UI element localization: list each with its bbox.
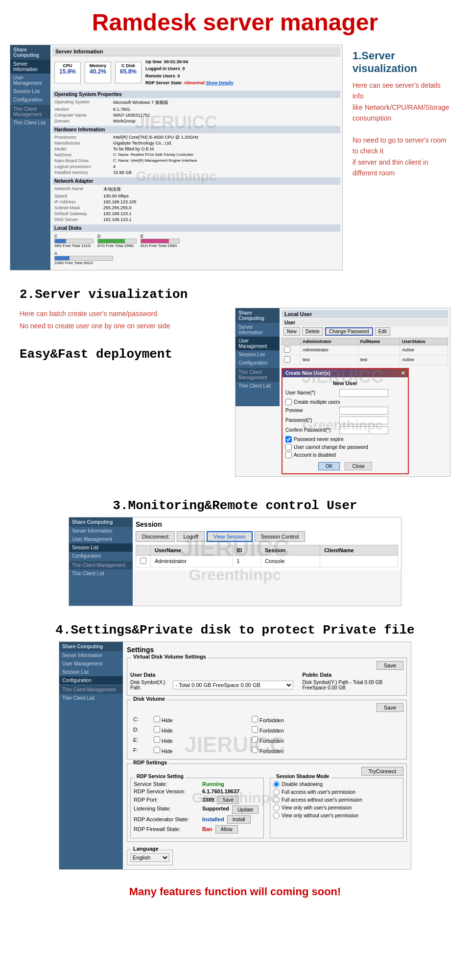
logoff-btn[interactable]: Logoff bbox=[177, 531, 204, 542]
change-pwd-btn[interactable]: Change Password bbox=[325, 327, 373, 336]
rdp-install-btn[interactable]: Install bbox=[227, 815, 251, 824]
mem-label: Memory bbox=[86, 63, 110, 68]
sidebar3-session-list[interactable]: Session List bbox=[69, 543, 133, 552]
delete-btn[interactable]: Delete bbox=[302, 327, 323, 336]
user-disk-select[interactable]: - Total 0.00 GB FreeSpace 0.00 GB bbox=[173, 681, 293, 689]
realtime-boxes: CPU 15.9% Memory 40.2% C Disk 65.8% Up bbox=[52, 56, 340, 89]
drive-c-label: C: bbox=[131, 715, 151, 724]
lang-select[interactable]: English bbox=[130, 853, 169, 862]
sidebar2-config[interactable]: Configuration bbox=[235, 359, 280, 367]
disable-radio[interactable] bbox=[273, 781, 280, 787]
sidebar4-thin-list[interactable]: Thin Client List bbox=[59, 694, 123, 702]
rdp-shadow-title: Session Shadow Mode bbox=[274, 774, 331, 779]
net-subnet-value: 255.255.255.0 bbox=[103, 205, 132, 210]
col-chk bbox=[136, 545, 151, 555]
section4-block: 4.Settings&Private disk to protect Priva… bbox=[0, 614, 470, 878]
create-multiple-check[interactable] bbox=[285, 399, 292, 405]
sidebar-item-thin-client-list[interactable]: Thin Client List bbox=[10, 119, 50, 127]
d-forbidden-check[interactable] bbox=[252, 726, 258, 733]
cant-change-check[interactable] bbox=[285, 444, 292, 450]
full-with-label: Full access with user's permission bbox=[282, 789, 355, 795]
sidebar2-thin-list[interactable]: Thin Client List bbox=[235, 382, 280, 390]
view-without-label: View only without user's permission bbox=[282, 813, 358, 818]
sidebar2-thin-mgmt: Thin Client Management bbox=[235, 368, 280, 382]
try-connect-btn[interactable]: TryConnect bbox=[361, 767, 403, 776]
new-btn[interactable]: New bbox=[283, 327, 300, 336]
row1-check[interactable] bbox=[284, 346, 290, 353]
disk-box: C Disk 65.8% bbox=[115, 62, 141, 83]
user-data-col: User Data Disk Symbol(X:) Path - Total 0… bbox=[130, 672, 293, 690]
view-session-btn[interactable]: View Session bbox=[207, 531, 253, 542]
sidebar2-header: Share Computing bbox=[235, 308, 280, 323]
sidebar3-user-mgmt[interactable]: User Management bbox=[69, 535, 133, 543]
f-hide-check[interactable] bbox=[154, 747, 160, 753]
disk-volume-group: Disk Volume Save C: Hide Forbidden bbox=[127, 700, 407, 760]
remote-label: Remote Users bbox=[145, 74, 175, 78]
row2-check[interactable] bbox=[284, 356, 290, 363]
computer-label: Computer Name bbox=[54, 113, 113, 118]
disabled-check[interactable] bbox=[285, 452, 292, 458]
disk-d-info: 87G Free Total 299G bbox=[97, 244, 137, 248]
sidebar2-server-info[interactable]: Server Information bbox=[235, 323, 280, 337]
model-row: Model To be filled by O.E.M. bbox=[52, 146, 340, 152]
dialog-close-icon[interactable]: ✕ bbox=[401, 370, 405, 376]
sidebar-item-session-list[interactable]: Session List bbox=[10, 87, 50, 96]
preview-input[interactable] bbox=[339, 407, 388, 415]
net-speed-row: Speed 100.00 Mbps bbox=[52, 193, 340, 199]
net-ip-label: IP Address bbox=[54, 199, 103, 204]
sidebar2-user-mgmt[interactable]: User Management bbox=[235, 337, 280, 350]
close-btn[interactable]: Close bbox=[345, 462, 372, 470]
row1-admin: Administrator bbox=[301, 345, 358, 355]
e-hide-check[interactable] bbox=[154, 736, 160, 743]
section1-annotation: 1.Server visualization Here can see serv… bbox=[343, 45, 460, 184]
username-input[interactable] bbox=[339, 389, 388, 397]
disabled-row: Account is disabled bbox=[285, 452, 405, 458]
sidebar3-server-info[interactable]: Server Information bbox=[69, 527, 133, 535]
f-forbidden-check[interactable] bbox=[252, 747, 258, 753]
col-username: UserName bbox=[151, 545, 233, 555]
sidebar2-session-list[interactable]: Session List bbox=[235, 350, 280, 359]
remote-value: 0 bbox=[178, 74, 180, 78]
disk-e-label: E bbox=[141, 234, 180, 239]
sidebar4-session-list[interactable]: Session List bbox=[59, 668, 123, 676]
logged-label: Logged in Users bbox=[145, 66, 180, 71]
sidebar-item-config[interactable]: Configuration bbox=[10, 96, 50, 104]
sidebar4-config[interactable]: Configuration bbox=[59, 676, 123, 685]
sidebar4-user-mgmt[interactable]: User Management bbox=[59, 660, 123, 668]
d-hide-check[interactable] bbox=[154, 726, 160, 733]
disconnect-btn[interactable]: Disconnect bbox=[136, 531, 175, 542]
sidebar-item-user-mgmt[interactable]: User Management bbox=[10, 74, 50, 87]
drive-e-label: E: bbox=[131, 735, 151, 745]
session-check[interactable] bbox=[140, 558, 146, 564]
sidebar-item-server-info[interactable]: Server Information bbox=[10, 60, 50, 74]
sidebar-thin-client-mgmt: Thin Client Management bbox=[10, 105, 50, 119]
user-table: Administrator FullName UserStatus Admini… bbox=[282, 338, 448, 365]
virtual-disk-save-btn[interactable]: Save bbox=[376, 661, 403, 670]
sidebar3-thin-list[interactable]: Thin Client List bbox=[69, 569, 133, 578]
c-hide-check[interactable] bbox=[154, 716, 160, 722]
view-without-radio[interactable] bbox=[273, 812, 280, 819]
rdp-save-btn[interactable]: Save bbox=[217, 796, 239, 804]
never-expire-check[interactable] bbox=[285, 436, 292, 442]
rdp-allow-btn[interactable]: Allow bbox=[215, 825, 238, 833]
edit-btn[interactable]: Edit bbox=[375, 327, 390, 336]
sidebar4-server-info[interactable]: Server Information bbox=[59, 651, 123, 660]
sidebar3-config[interactable]: Configuration bbox=[69, 552, 133, 560]
disk-volume-save-btn[interactable]: Save bbox=[376, 703, 403, 712]
confirm-input[interactable] bbox=[339, 426, 388, 434]
net-gateway-label: Default Gateway bbox=[54, 211, 103, 216]
rdp-version-row: RDP Service Version: 6.1.7601.18637 bbox=[134, 788, 260, 794]
session-control-btn[interactable]: Session Control bbox=[255, 531, 306, 542]
e-forbidden-check[interactable] bbox=[252, 736, 258, 743]
rdp-shadow-col: Session Shadow Mode Disable shadowing Fu… bbox=[270, 778, 403, 838]
show-details-link[interactable]: Show Details bbox=[206, 80, 233, 85]
password-input[interactable] bbox=[339, 416, 388, 424]
section2-title: 2.Server visualization bbox=[20, 287, 460, 302]
full-without-radio[interactable] bbox=[273, 797, 280, 803]
rdp-update-btn[interactable]: Update bbox=[232, 806, 258, 814]
c-forbidden-check[interactable] bbox=[252, 716, 258, 722]
full-with-radio[interactable] bbox=[273, 789, 280, 795]
col-fullname: FullName bbox=[358, 338, 400, 345]
ok-btn[interactable]: OK bbox=[318, 462, 340, 470]
view-with-radio[interactable] bbox=[273, 805, 280, 811]
